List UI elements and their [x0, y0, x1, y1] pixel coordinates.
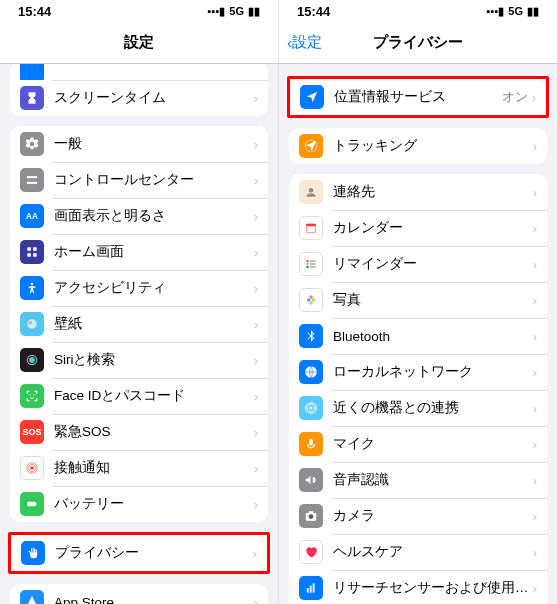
settings-row[interactable]: コントロールセンター› — [10, 162, 268, 198]
settings-row[interactable]: AA画面表示と明るさ› — [10, 198, 268, 234]
row-label: 一般 — [54, 135, 254, 153]
svg-point-41 — [309, 514, 314, 519]
calendar-icon — [299, 216, 323, 240]
svg-point-27 — [306, 266, 308, 268]
chevron-right-icon: › — [254, 497, 258, 512]
nearby-icon — [299, 396, 323, 420]
svg-rect-17 — [27, 502, 35, 507]
settings-row[interactable]: SOS緊急SOS› — [10, 414, 268, 450]
page-title: 設定 — [124, 33, 154, 52]
settings-row[interactable]: ホーム画面› — [10, 234, 268, 270]
svg-rect-30 — [310, 266, 316, 267]
settings-row[interactable]: リマインダー› — [289, 246, 547, 282]
settings-row[interactable]: トラッキング› — [289, 128, 547, 164]
row-label: 画面表示と明るさ — [54, 207, 254, 225]
chevron-right-icon: › — [533, 545, 537, 560]
settings-row[interactable]: 位置情報サービスオン› — [290, 79, 546, 115]
settings-row[interactable]: 接触通知› — [10, 450, 268, 486]
row-label: 連絡先 — [333, 183, 533, 201]
svg-rect-43 — [307, 588, 309, 593]
settings-row[interactable]: App Store› — [10, 584, 268, 604]
settings-row[interactable]: Siriと検索› — [10, 342, 268, 378]
status-right: ▪▪▪▮ 5G ▮▮ — [487, 5, 539, 18]
chevron-right-icon: › — [533, 329, 537, 344]
display-icon: AA — [20, 204, 44, 228]
row-label: スクリーンタイム — [54, 89, 254, 107]
svg-rect-3 — [27, 247, 31, 251]
back-button[interactable]: ‹ 設定 — [287, 33, 322, 52]
chevron-right-icon: › — [254, 173, 258, 188]
row-label: ローカルネットワーク — [333, 363, 533, 381]
signal-bars-icon: ▪▪▪▮ — [487, 5, 505, 18]
settings-row[interactable]: 連絡先› — [289, 174, 547, 210]
svg-point-25 — [306, 260, 308, 262]
svg-point-23 — [309, 188, 314, 193]
settings-row-partial — [10, 64, 268, 80]
settings-row[interactable]: ヘルスケア› — [289, 534, 547, 570]
settings-group: App Store›钱包与 Apple Pay› — [10, 584, 268, 604]
row-label: 壁紙 — [54, 315, 254, 333]
accessibility-icon — [20, 276, 44, 300]
settings-row[interactable]: Face IDとパスコード› — [10, 378, 268, 414]
mic-icon — [299, 432, 323, 456]
svg-point-31 — [309, 295, 313, 299]
row-label: ヘルスケア — [333, 543, 533, 561]
chevron-right-icon: › — [254, 281, 258, 296]
content-right[interactable]: 位置情報サービスオン›トラッキング›連絡先›カレンダー›リマインダー›写真›Bl… — [279, 64, 557, 604]
location-icon — [300, 85, 324, 109]
partial-icon — [20, 64, 44, 80]
settings-row[interactable]: リサーチセンサーおよび使用状況データ› — [289, 570, 547, 604]
status-time: 15:44 — [18, 4, 51, 19]
chevron-right-icon: › — [533, 437, 537, 452]
svg-rect-0 — [27, 176, 38, 178]
settings-row[interactable]: スクリーンタイム› — [10, 80, 268, 116]
settings-row[interactable]: 壁紙› — [10, 306, 268, 342]
battery-icon: ▮▮ — [248, 5, 260, 18]
svg-point-34 — [307, 298, 311, 302]
chevron-right-icon: › — [254, 209, 258, 224]
reminders-icon — [299, 252, 323, 276]
svg-point-11 — [29, 357, 35, 363]
settings-group: トラッキング› — [289, 128, 547, 164]
settings-row[interactable]: マイク› — [289, 426, 547, 462]
chevron-right-icon: › — [533, 221, 537, 236]
tracking-icon — [299, 134, 323, 158]
settings-row[interactable]: 音声認識› — [289, 462, 547, 498]
row-label: アクセシビリティ — [54, 279, 254, 297]
settings-row[interactable]: 写真› — [289, 282, 547, 318]
row-label: Siriと検索 — [54, 351, 254, 369]
row-label: ホーム画面 — [54, 243, 254, 261]
nav-bar: 設定 — [0, 22, 278, 64]
chevron-right-icon: › — [254, 245, 258, 260]
row-label: マイク — [333, 435, 533, 453]
settings-row[interactable]: ローカルネットワーク› — [289, 354, 547, 390]
gear-icon — [20, 132, 44, 156]
settings-row[interactable]: カレンダー› — [289, 210, 547, 246]
settings-row[interactable]: 一般› — [10, 126, 268, 162]
bluetooth-icon — [299, 324, 323, 348]
settings-row[interactable]: プライバシー› — [11, 535, 267, 571]
row-label: バッテリー — [54, 495, 254, 513]
highlight-annotation: 位置情報サービスオン› — [287, 76, 549, 118]
content-left[interactable]: スクリーンタイム›一般›コントロールセンター›AA画面表示と明るさ›ホーム画面›… — [0, 64, 278, 604]
settings-group: 連絡先›カレンダー›リマインダー›写真›Bluetooth›ローカルネットワーク… — [289, 174, 547, 604]
settings-row[interactable]: 近くの機器との連携› — [289, 390, 547, 426]
research-icon — [299, 576, 323, 600]
highlight-annotation: プライバシー› — [8, 532, 270, 574]
chevron-right-icon: › — [533, 293, 537, 308]
svg-point-12 — [30, 394, 31, 395]
health-icon — [299, 540, 323, 564]
settings-row[interactable]: バッテリー› — [10, 486, 268, 522]
settings-group: 一般›コントロールセンター›AA画面表示と明るさ›ホーム画面›アクセシビリティ›… — [10, 126, 268, 522]
settings-row[interactable]: カメラ› — [289, 498, 547, 534]
svg-point-14 — [30, 466, 34, 470]
svg-text:AA: AA — [26, 212, 38, 221]
contacts-icon — [299, 180, 323, 204]
svg-rect-42 — [309, 511, 314, 513]
row-label: トラッキング — [333, 137, 533, 155]
chevron-right-icon: › — [533, 139, 537, 154]
status-bar: 15:44 ▪▪▪▮ 5G ▮▮ — [0, 0, 278, 22]
settings-row[interactable]: アクセシビリティ› — [10, 270, 268, 306]
settings-row[interactable]: Bluetooth› — [289, 318, 547, 354]
row-label: 写真 — [333, 291, 533, 309]
